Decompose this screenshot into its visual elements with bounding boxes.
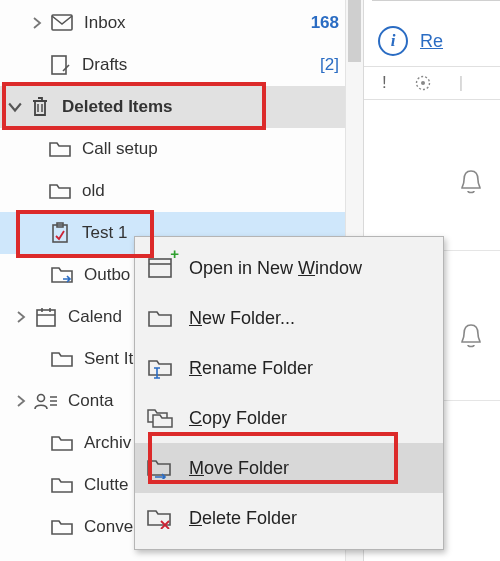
folder-icon <box>50 431 74 455</box>
svg-point-5 <box>38 395 45 402</box>
folder-label: Call setup <box>76 139 363 159</box>
folder-icon <box>145 303 175 333</box>
trash-icon <box>28 95 52 119</box>
svg-rect-4 <box>37 310 55 326</box>
folder-call-setup[interactable]: Call setup <box>0 128 363 170</box>
menu-label: New Folder... <box>189 308 295 329</box>
folder-label: Drafts <box>76 55 316 75</box>
calendar-icon <box>34 305 58 329</box>
folder-icon <box>48 179 72 203</box>
menu-new-folder[interactable]: New Folder... <box>135 293 443 343</box>
folder-drafts[interactable]: Drafts [2] <box>0 44 363 86</box>
reminder-column-icon[interactable] <box>413 73 433 93</box>
svg-point-7 <box>421 81 425 85</box>
folder-old[interactable]: old <box>0 170 363 212</box>
menu-copy-folder[interactable]: Copy Folder <box>135 393 443 443</box>
menu-label: Rename Folder <box>189 358 313 379</box>
folder-label: Inbox <box>78 13 307 33</box>
chevron-right-icon <box>12 308 30 326</box>
chevron-down-icon <box>6 98 24 116</box>
menu-label: Move Folder <box>189 458 289 479</box>
bell-icon[interactable] <box>458 322 488 352</box>
chevron-right-icon <box>28 14 46 32</box>
bell-icon[interactable] <box>458 168 488 198</box>
folder-icon <box>50 347 74 371</box>
importance-column[interactable]: ! <box>382 73 387 93</box>
column-divider: | <box>459 73 463 93</box>
scroll-thumb[interactable] <box>348 0 361 62</box>
folder-rename-icon <box>145 353 175 383</box>
window-icon: + <box>145 253 175 283</box>
folder-delete-icon <box>145 503 175 533</box>
menu-label: Delete Folder <box>189 508 297 529</box>
message-list-header[interactable]: ! | <box>364 66 500 100</box>
menu-rename-folder[interactable]: Rename Folder <box>135 343 443 393</box>
mail-icon <box>50 11 74 35</box>
folder-icon <box>48 137 72 161</box>
clipboard-icon <box>48 221 72 245</box>
folder-move-icon <box>145 453 175 483</box>
folder-context-menu: + Open in New Window New Folder... Renam… <box>134 236 444 550</box>
folder-label: old <box>76 181 363 201</box>
drafts-icon <box>48 53 72 77</box>
svg-rect-8 <box>149 259 171 277</box>
folder-icon <box>50 515 74 539</box>
menu-move-folder[interactable]: Move Folder <box>135 443 443 493</box>
contacts-icon <box>34 389 58 413</box>
menu-delete-folder[interactable]: Delete Folder <box>135 493 443 543</box>
svg-rect-0 <box>52 15 72 30</box>
info-link[interactable]: Re <box>420 31 443 52</box>
menu-open-new-window[interactable]: + Open in New Window <box>135 243 443 293</box>
folder-label: Deleted Items <box>56 97 363 117</box>
folder-deleted-items[interactable]: Deleted Items <box>0 86 363 128</box>
chevron-right-icon <box>12 392 30 410</box>
menu-label: Copy Folder <box>189 408 287 429</box>
folder-icon <box>50 473 74 497</box>
folder-copy-icon <box>145 403 175 433</box>
outbox-icon <box>50 263 74 287</box>
folder-inbox[interactable]: Inbox 168 <box>0 2 363 44</box>
info-icon[interactable]: i <box>378 26 408 56</box>
menu-label: Open in New Window <box>189 258 362 279</box>
svg-rect-1 <box>52 56 66 74</box>
